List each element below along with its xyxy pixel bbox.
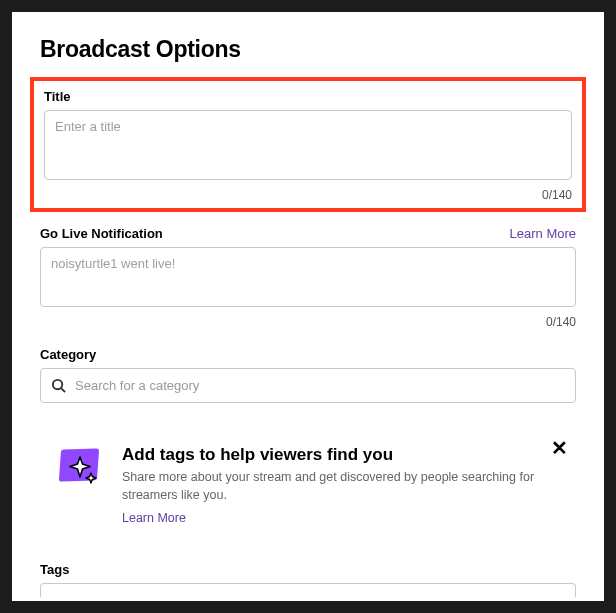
notification-char-count: 0/140 (40, 315, 576, 329)
notification-learn-more-link[interactable]: Learn More (510, 226, 576, 241)
category-search-input[interactable] (40, 368, 576, 403)
tags-info-title: Add tags to help viewers find you (122, 445, 542, 465)
category-label: Category (40, 347, 96, 362)
title-label-row: Title (44, 89, 572, 104)
category-field-block: Category (40, 347, 576, 403)
tags-info-card: Add tags to help viewers find you Share … (40, 433, 576, 540)
tags-input[interactable] (40, 583, 576, 597)
title-field-highlight: Title 0/140 (30, 77, 586, 212)
broadcast-options-panel: Broadcast Options Title 0/140 Go Live No… (12, 12, 604, 601)
title-input[interactable] (44, 110, 572, 180)
svg-line-1 (61, 388, 65, 392)
tags-field-block: Tags (40, 562, 576, 597)
page-title: Broadcast Options (40, 36, 576, 63)
notification-input[interactable] (40, 247, 576, 307)
tags-label: Tags (40, 562, 576, 577)
title-label: Title (44, 89, 71, 104)
app-frame: Broadcast Options Title 0/140 Go Live No… (0, 0, 616, 613)
title-char-count: 0/140 (44, 188, 572, 202)
notification-field-block: Go Live Notification Learn More 0/140 (40, 226, 576, 329)
tags-info-learn-more-link[interactable]: Learn More (122, 511, 186, 525)
search-icon (50, 378, 66, 394)
category-label-row: Category (40, 347, 576, 362)
category-search-wrapper (40, 368, 576, 403)
sparkle-icon (60, 445, 110, 489)
notification-label: Go Live Notification (40, 226, 163, 241)
notification-label-row: Go Live Notification Learn More (40, 226, 576, 241)
tags-info-content: Add tags to help viewers find you Share … (110, 445, 572, 526)
svg-point-0 (52, 380, 61, 389)
tags-info-desc: Share more about your stream and get dis… (122, 469, 542, 504)
close-icon[interactable]: ✕ (548, 437, 570, 459)
